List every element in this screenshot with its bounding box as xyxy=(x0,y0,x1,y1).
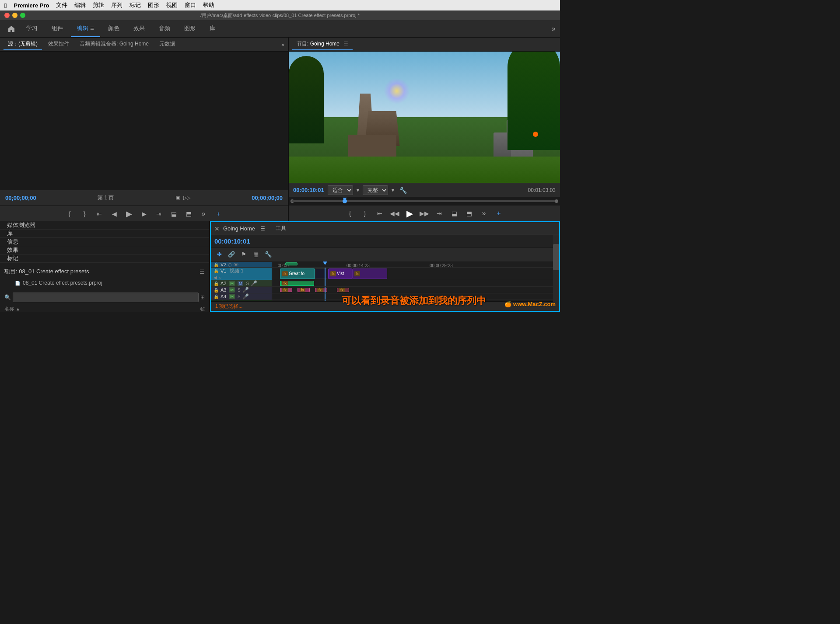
btn-prog-play[interactable]: ▶ xyxy=(405,209,414,218)
sidebar-item-media-browser[interactable]: 媒体浏览器 xyxy=(0,221,209,230)
track-content-v2[interactable] xyxy=(272,262,559,267)
btn-prog-more[interactable]: » xyxy=(479,209,489,218)
minimize-button[interactable] xyxy=(12,13,18,18)
btn-prog-lift[interactable]: ⬓ xyxy=(449,209,459,218)
menu-help[interactable]: 帮助 xyxy=(203,1,214,9)
tab-assembly[interactable]: 组件 xyxy=(46,20,69,37)
clip-v1-purple2[interactable]: fx xyxy=(352,268,387,279)
sort-icon[interactable]: ▲ xyxy=(16,307,20,311)
menu-graphics[interactable]: 图形 xyxy=(148,1,159,9)
tl-insert-btn[interactable]: ▦ xyxy=(251,250,261,259)
btn-prog-extract[interactable]: ⬒ xyxy=(464,209,474,218)
timeline-track[interactable] xyxy=(291,200,557,202)
btn-prog-mark-in[interactable]: { xyxy=(345,209,355,218)
timeline-tab-title[interactable]: Going Home xyxy=(223,225,255,232)
v1-loop-icon[interactable]: ○ xyxy=(219,275,221,280)
apple-icon[interactable]:  xyxy=(4,2,7,9)
tab-program[interactable]: 节目: Going Home ☰ xyxy=(292,38,353,50)
btn-step-forward[interactable]: ▶ xyxy=(139,209,149,219)
btn-more-transport[interactable]: » xyxy=(199,209,208,219)
btn-mark-out[interactable]: } xyxy=(80,209,89,219)
tab-learn[interactable]: 学习 xyxy=(20,20,44,37)
a3-lock-icon[interactable]: 🔒 xyxy=(214,288,219,293)
clip-v1-dark[interactable] xyxy=(315,268,327,279)
menu-marker[interactable]: 标记 xyxy=(130,1,141,9)
btn-add-marker[interactable]: + xyxy=(214,209,223,219)
tl-snap-btn[interactable]: ✤ xyxy=(214,250,224,259)
btn-go-in[interactable]: ⇤ xyxy=(94,209,104,219)
menu-file[interactable]: 文件 xyxy=(56,1,67,9)
clip-a3-2[interactable]: fx xyxy=(298,288,310,292)
btn-step-back[interactable]: ◀ xyxy=(109,209,119,219)
clip-v1-great-fo[interactable]: fx Great fo xyxy=(280,268,315,279)
timeline-menu-icon[interactable]: ☰ xyxy=(260,226,265,232)
close-button[interactable] xyxy=(4,13,10,18)
clip-a2-audio[interactable]: fx xyxy=(280,281,314,286)
btn-play[interactable]: ▶ xyxy=(124,209,134,219)
clip-a3-4[interactable]: fx xyxy=(337,288,349,292)
v1-lock-icon[interactable]: 🔒 xyxy=(214,268,219,273)
project-file-item[interactable]: 📄 08_01 Create effect presets.prproj xyxy=(4,278,205,288)
a2-lock-icon[interactable]: 🔒 xyxy=(214,281,219,286)
tab-effects[interactable]: 效果 xyxy=(127,20,151,37)
main-expand-icon[interactable]: ▶ xyxy=(265,300,269,302)
menu-clip[interactable]: 剪辑 xyxy=(93,1,104,9)
v1-prev-icon[interactable]: ◀ xyxy=(214,275,217,280)
project-menu[interactable]: ☰ xyxy=(200,268,205,275)
source-page-next[interactable]: ▷▷ xyxy=(183,195,190,201)
tab-audio[interactable]: 音频 xyxy=(153,20,176,37)
timeline-close-icon[interactable]: ✕ xyxy=(214,225,220,232)
btn-prog-step-back[interactable]: ◀◀ xyxy=(390,209,399,218)
tab-edit[interactable]: 编辑 ☰ xyxy=(71,20,100,37)
menu-window[interactable]: 窗口 xyxy=(185,1,196,9)
sidebar-item-markers[interactable]: 标记 xyxy=(0,254,209,263)
source-panel-more[interactable]: » xyxy=(281,42,284,48)
quality-select[interactable]: 完整 xyxy=(363,185,388,195)
btn-prog-step-forward[interactable]: ▶▶ xyxy=(420,209,429,218)
tab-effect-controls[interactable]: 效果控件 xyxy=(44,38,74,50)
tl-track-type-btn[interactable]: 🔧 xyxy=(263,250,273,259)
btn-prog-go-out[interactable]: ⇥ xyxy=(434,209,444,218)
v2-sync-icon[interactable]: ⬡ xyxy=(228,262,232,267)
btn-overwrite[interactable]: ⬒ xyxy=(184,209,193,219)
clip-v1-vist[interactable]: fx Vist xyxy=(328,268,352,279)
btn-mark-in[interactable]: { xyxy=(65,209,74,219)
tab-audio-mixer[interactable]: 音频剪辑混合器: Going Home xyxy=(75,38,153,50)
track-content-v1[interactable]: fx Great fo fx Vist fx xyxy=(272,268,559,280)
v2-lock-icon[interactable]: 🔒 xyxy=(214,262,219,267)
quality-dropdown-arrow[interactable]: ▾ xyxy=(392,187,394,193)
btn-go-out[interactable]: ⇥ xyxy=(154,209,164,219)
tab-library[interactable]: 库 xyxy=(203,20,221,37)
settings-icon[interactable]: 🔧 xyxy=(399,187,407,194)
sidebar-item-effects[interactable]: 效果 xyxy=(0,246,209,254)
tab-source[interactable]: 源：(无剪辑) xyxy=(4,38,42,50)
workspace-more[interactable]: » xyxy=(552,25,556,33)
menu-edit[interactable]: 编辑 xyxy=(74,1,86,9)
tl-link-btn[interactable]: 🔗 xyxy=(227,250,236,259)
search-input[interactable] xyxy=(13,293,199,302)
sidebar-item-library[interactable]: 库 xyxy=(0,230,209,238)
tab-color[interactable]: 颜色 xyxy=(102,20,126,37)
fit-select[interactable]: 适合 xyxy=(328,185,353,195)
btn-prog-go-in[interactable]: ⇤ xyxy=(375,209,385,218)
menu-sequence[interactable]: 序列 xyxy=(111,1,122,9)
sidebar-item-info[interactable]: 信息 xyxy=(0,238,209,246)
clip-a3-3[interactable]: fx xyxy=(315,288,327,292)
scrollbar-thumb[interactable] xyxy=(553,261,559,270)
search-filter-icon[interactable]: ⊞ xyxy=(200,294,205,300)
tl-add-marker-btn[interactable]: ⚑ xyxy=(239,250,248,259)
a4-lock-icon[interactable]: 🔒 xyxy=(214,294,219,299)
tab-graphics[interactable]: 图形 xyxy=(178,20,202,37)
timeline-scrollbar[interactable] xyxy=(553,261,559,301)
menu-view[interactable]: 视图 xyxy=(166,1,178,9)
fit-dropdown-arrow[interactable]: ▾ xyxy=(357,187,359,193)
btn-prog-add[interactable]: + xyxy=(494,209,504,218)
maximize-button[interactable] xyxy=(20,13,25,18)
btn-insert[interactable]: ⬓ xyxy=(169,209,178,219)
track-content-a2[interactable]: fx xyxy=(272,280,559,286)
track-content-a3[interactable]: fx fx fx fx xyxy=(272,287,559,293)
main-lock-icon[interactable]: 🔒 xyxy=(214,301,219,301)
tab-metadata[interactable]: 元数据 xyxy=(155,38,179,50)
clip-v2-1[interactable] xyxy=(285,262,298,265)
v2-eye-icon[interactable]: 👁 xyxy=(234,262,238,267)
